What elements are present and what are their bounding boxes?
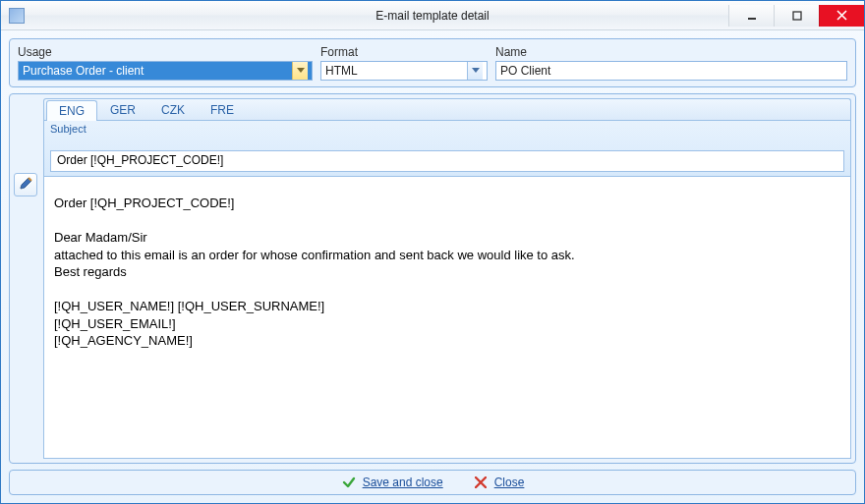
subject-label: Subject bbox=[50, 123, 844, 135]
usage-value: Purchase Order - client bbox=[23, 64, 144, 78]
editor-main: ENG GER CZK FRE Subject Order [!QH_PROJE… bbox=[43, 98, 851, 459]
usage-label: Usage bbox=[18, 45, 313, 59]
name-label: Name bbox=[495, 45, 847, 59]
name-value: PO Client bbox=[500, 64, 550, 78]
minimize-button[interactable] bbox=[728, 5, 774, 27]
name-field: Name PO Client bbox=[495, 45, 847, 81]
edit-button[interactable] bbox=[14, 173, 37, 196]
svg-rect-0 bbox=[748, 18, 756, 20]
usage-field: Usage Purchase Order - client bbox=[18, 45, 313, 81]
name-input[interactable]: PO Client bbox=[495, 61, 847, 81]
editor-panel: ENG GER CZK FRE Subject Order [!QH_PROJE… bbox=[9, 93, 856, 464]
template-fields-panel: Usage Purchase Order - client Format HTM… bbox=[9, 38, 856, 87]
body-textarea[interactable]: Order [!QH_PROJECT_CODE!] Dear Madam/Sir… bbox=[43, 177, 851, 459]
save-label: Save and close bbox=[363, 476, 443, 489]
format-select[interactable]: HTML bbox=[320, 61, 488, 81]
titlebar: E-mail template detail bbox=[1, 1, 864, 30]
footer-bar: Save and close Close bbox=[9, 470, 856, 495]
close-label: Close bbox=[494, 476, 525, 489]
tab-czk[interactable]: CZK bbox=[148, 99, 198, 120]
check-icon bbox=[341, 475, 357, 490]
language-tabs: ENG GER CZK FRE bbox=[43, 98, 851, 120]
format-value: HTML bbox=[325, 64, 358, 78]
pencil-icon bbox=[19, 177, 32, 194]
format-label: Format bbox=[320, 45, 488, 59]
dropdown-icon bbox=[467, 62, 483, 80]
app-icon bbox=[9, 8, 25, 24]
svg-rect-1 bbox=[793, 12, 801, 20]
toolbar-spacer bbox=[14, 98, 39, 171]
dropdown-icon bbox=[292, 62, 308, 80]
usage-select[interactable]: Purchase Order - client bbox=[18, 61, 313, 81]
x-icon bbox=[473, 475, 489, 490]
side-toolbar bbox=[14, 98, 39, 459]
client-area: Usage Purchase Order - client Format HTM… bbox=[9, 38, 856, 495]
email-template-detail-window: E-mail template detail Usage Purchase Or… bbox=[0, 0, 865, 504]
tab-fre[interactable]: FRE bbox=[198, 99, 247, 120]
format-field: Format HTML bbox=[320, 45, 488, 81]
tab-eng[interactable]: ENG bbox=[46, 100, 97, 121]
subject-value: Order [!QH_PROJECT_CODE!] bbox=[57, 153, 223, 167]
tab-ger[interactable]: GER bbox=[97, 99, 148, 120]
window-controls bbox=[728, 5, 864, 27]
close-window-button[interactable] bbox=[819, 5, 864, 27]
close-button[interactable]: Close bbox=[473, 475, 525, 490]
subject-section: Subject Order [!QH_PROJECT_CODE!] bbox=[43, 120, 851, 177]
save-and-close-button[interactable]: Save and close bbox=[341, 475, 443, 490]
maximize-button[interactable] bbox=[774, 5, 819, 27]
subject-input[interactable]: Order [!QH_PROJECT_CODE!] bbox=[50, 150, 844, 172]
